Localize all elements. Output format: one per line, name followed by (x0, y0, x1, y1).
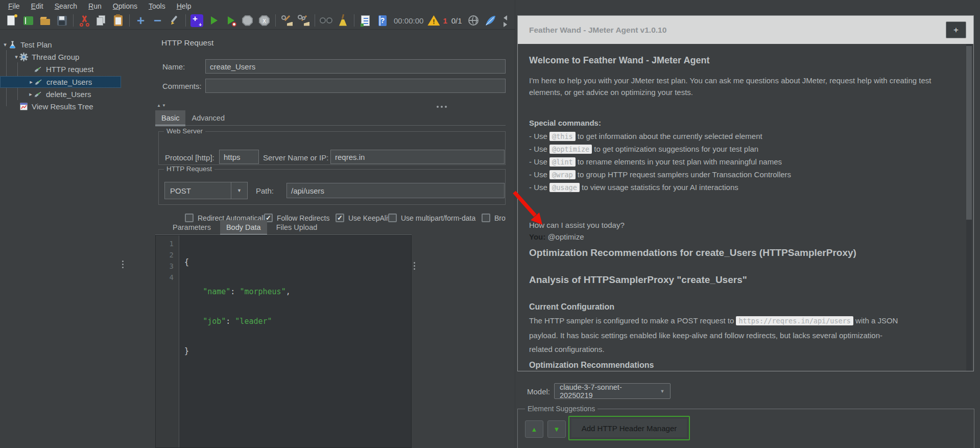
tree-item-create-users[interactable]: ▸ create_Users (0, 76, 121, 88)
start-icon[interactable] (207, 14, 221, 28)
json-body-text[interactable]: { "name": "morpheus", "job": "leader" } (179, 235, 291, 447)
paste-icon[interactable] (111, 14, 125, 28)
test-plan-tree: ▾ Test Plan ▾ Thread Group HTTP request … (0, 30, 121, 448)
protocol-input[interactable]: https (219, 150, 259, 164)
recommendations-heading: Optimization Recommendations (529, 361, 654, 370)
new-plan-icon[interactable] (5, 14, 18, 28)
browser-compatible-checkbox[interactable] (482, 214, 490, 222)
command-chip: @usage (549, 183, 580, 192)
command-usage: - Use @usage to view usage statistics fo… (529, 181, 791, 194)
scroll-right-icon[interactable] (504, 22, 507, 27)
add-http-header-manager-button[interactable]: Add HTTP Header Manager (571, 419, 687, 437)
comments-input[interactable] (205, 79, 506, 93)
tab-body-data[interactable]: Body Data (220, 220, 267, 234)
suggestion-down-button[interactable]: ▼ (547, 420, 566, 438)
collapse-splitter-arrows[interactable]: ▲▼ (157, 103, 167, 108)
server-name-input[interactable]: reqres.in (330, 150, 505, 164)
toolbar-separator (129, 14, 130, 27)
chevron-right-icon[interactable]: ▸ (28, 79, 34, 85)
warning-icon[interactable]: ! (427, 15, 440, 26)
view-results-tree-icon (19, 102, 28, 111)
open-file-icon[interactable] (38, 14, 52, 28)
editor-splitter-grip[interactable] (414, 262, 415, 270)
line-number-gutter: 1 2 3 4 (156, 235, 179, 447)
use-multipart-checkbox[interactable] (388, 214, 397, 222)
shutdown-icon[interactable]: X (257, 14, 271, 28)
clear-all-icon[interactable] (297, 14, 310, 28)
remove-icon[interactable]: − (151, 14, 164, 28)
menu-search[interactable]: Search (50, 1, 82, 11)
chat-scrollbar-thumb[interactable] (966, 46, 972, 220)
tree-item-label: delete_Users (46, 90, 91, 99)
command-chip: @optimize (549, 145, 592, 154)
suggestion-up-button[interactable]: ▲ (525, 420, 543, 438)
thread-group-icon (19, 53, 28, 61)
current-configuration-heading: Current Configuration (529, 302, 614, 312)
feather-wand-icon[interactable]: ++ (190, 14, 204, 28)
feather-icon[interactable] (484, 14, 497, 28)
tab-files-upload[interactable]: Files Upload (270, 220, 324, 234)
tree-splitter-grip[interactable] (122, 261, 124, 268)
protocol-label: Protocol [http]: (165, 153, 214, 162)
chevron-down-icon[interactable]: ▾ (2, 41, 8, 48)
new-chat-button[interactable]: + (946, 21, 966, 38)
help-icon[interactable]: ? (375, 14, 389, 28)
clear-icon[interactable] (280, 14, 294, 28)
dropdown-arrow-icon[interactable]: ▼ (655, 389, 670, 394)
up-triangle-icon: ▲ (531, 426, 538, 433)
http-sampler-icon (34, 90, 42, 99)
tree-item-thread-group[interactable]: ▾ Thread Group (0, 51, 121, 63)
name-input[interactable]: create_Users (205, 59, 506, 74)
clear-search-icon[interactable] (336, 14, 350, 28)
web-server-group: Web Server Protocol [http]: https Server… (158, 131, 506, 165)
cut-icon[interactable] (78, 14, 91, 28)
menu-edit[interactable]: Edit (26, 1, 49, 11)
tree-item-label: create_Users (46, 78, 92, 86)
toolbar-separator (315, 14, 315, 27)
error-count: 1 (443, 16, 447, 25)
special-commands-list: - Use @this to get information about the… (529, 130, 791, 194)
menu-tools[interactable]: Tools (144, 1, 171, 11)
tab-advanced[interactable]: Advanced (185, 110, 231, 125)
tab-basic[interactable]: Basic (155, 110, 185, 125)
edit-pencil-icon[interactable] (168, 14, 181, 28)
test-plan-icon (8, 40, 17, 49)
function-helper-icon[interactable] (358, 14, 372, 28)
method-dropdown[interactable]: POST ▼ (164, 182, 248, 199)
tree-item-view-results-tree[interactable]: View Results Tree (0, 101, 121, 112)
menu-options[interactable]: Options (108, 1, 142, 11)
search-icon[interactable] (319, 14, 333, 28)
splitter-dots[interactable] (437, 106, 447, 108)
tree-item-test-plan[interactable]: ▾ Test Plan (0, 39, 121, 51)
chat-header: Feather Wand - JMeter Agent v1.0.10 + (518, 16, 973, 44)
command-lint: - Use @lint to rename elements in your t… (529, 155, 791, 168)
menu-run[interactable]: Run (83, 1, 107, 11)
command-optimize: - Use @optimize to get optimization sugg… (529, 143, 791, 155)
menu-help[interactable]: Help (172, 1, 197, 11)
add-icon[interactable]: + (134, 14, 148, 28)
user-message-text: @optimize (547, 232, 584, 241)
save-icon[interactable] (55, 14, 69, 28)
start-no-timers-icon[interactable] (224, 14, 237, 28)
remote-start-globe-icon[interactable] (467, 14, 481, 28)
dropdown-arrow-icon[interactable]: ▼ (231, 182, 247, 199)
red-annotation-arrow (512, 190, 553, 236)
copy-icon[interactable] (94, 14, 108, 28)
special-commands-heading: Special commands: (529, 119, 601, 127)
body-data-editor[interactable]: 1 2 3 4 { "name": "morpheus", "job": "le… (155, 235, 412, 448)
path-input[interactable]: /api/users (286, 183, 505, 198)
tab-parameters[interactable]: Parameters (166, 220, 217, 234)
menu-file[interactable]: File (3, 1, 25, 11)
tree-item-delete-users[interactable]: ▸ delete_Users (0, 88, 121, 100)
toolbar-scroll-arrows[interactable] (503, 15, 511, 28)
optimization-heading: Optimization Recommendations for create_… (529, 247, 856, 258)
scroll-left-icon[interactable] (504, 15, 507, 20)
model-dropdown[interactable]: claude-3-7-sonnet-20250219 ▼ (554, 383, 671, 399)
stop-icon[interactable] (241, 14, 254, 28)
tree-item-http-request[interactable]: HTTP request (0, 63, 121, 75)
chevron-right-icon[interactable]: ▸ (28, 91, 34, 98)
chat-scrollbar[interactable] (966, 44, 972, 371)
use-keepalive-checkbox[interactable]: ✓ (336, 214, 344, 222)
chevron-down-icon[interactable]: ▾ (13, 54, 19, 60)
open-template-icon[interactable] (21, 14, 35, 28)
